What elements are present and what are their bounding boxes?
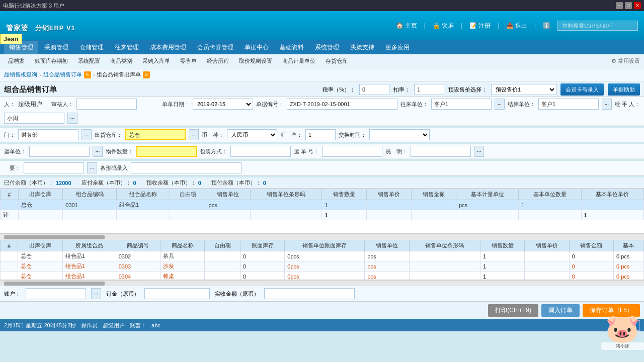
barcode-label: 条形码录入 [100,164,128,172]
price-select[interactable]: 预设售价1 [491,84,556,95]
req-btn[interactable]: ··· [87,162,97,173]
total-label: 计 [1,210,19,220]
date-select[interactable]: 2019-02-15 [193,99,253,110]
handler-input[interactable] [4,113,64,124]
nav-resources[interactable]: 基础资料 [275,41,309,54]
toolbar-item-0[interactable]: 品档案 [4,56,29,66]
nav-more[interactable]: 更多应用 [380,41,415,54]
dept-input[interactable] [18,129,78,140]
toolbar-item-2[interactable]: 系统配置 [74,56,104,66]
total-base-qty [519,210,581,220]
currency-select[interactable]: 人民币 [227,129,277,140]
nav-member[interactable]: 会员卡券管理 [192,41,238,54]
order-deposit-input[interactable] [144,288,210,299]
shipping-btn[interactable]: ··· [93,146,103,157]
nav-dealings[interactable]: 往来管理 [110,41,144,54]
barcode-input[interactable] [131,162,242,173]
nav-purchase[interactable]: 采购管理 [39,41,73,54]
th-id: # [1,189,19,200]
note-btn[interactable]: ··· [474,146,484,157]
note-input[interactable] [411,146,471,157]
lower-scrollbar-thumb[interactable] [4,282,105,286]
breadcrumb-current: 组合品销售出库单 [97,71,141,78]
lower-table-container[interactable]: # 出库仓库 所属组合品 商品编号 商品名称 自由项 账面库存 销售单位账面库存… [0,240,644,280]
cell-price [367,200,412,210]
packing-input[interactable] [230,146,291,157]
actual-amount-input[interactable] [264,288,355,299]
help-button[interactable]: 单据助助 [608,83,640,96]
lth-warehouse: 出库仓库 [18,240,62,251]
toolbar-item-3[interactable]: 商品类别 [106,56,136,66]
toolbar-item-7[interactable]: 取价规则设置 [235,56,276,66]
character-overlay: 🐷 猪小妹 [601,315,644,350]
status-account-label: 账套： [130,322,146,329]
price-select-label: 预设售价选择： [448,86,487,94]
toolbar-item-1[interactable]: 账面库存期初 [31,56,72,66]
lower-scrollbar[interactable] [0,280,644,286]
header-search-input[interactable] [557,21,638,31]
lth-qty: 销售数量 [480,240,524,251]
nav-decision[interactable]: 决策支持 [345,41,379,54]
member-card-button[interactable]: 会员卡号录入 [560,83,604,96]
th-free: 自由项 [170,189,206,200]
nav-system[interactable]: 系统管理 [310,41,344,54]
toolbar-item-8[interactable]: 商品计量单位 [278,56,319,66]
th-amount: 销售金额 [412,189,456,200]
minimize-button[interactable]: ─ [616,2,623,9]
discount-input[interactable] [414,84,444,95]
settings-button[interactable]: ⚙ 常用设置 [611,57,640,65]
exchange-rate-input[interactable] [305,129,336,140]
close-button[interactable]: ✕ [634,2,641,9]
scrollbar-thumb[interactable] [4,235,105,239]
cell-code: 0301 [63,200,117,210]
to-unit-input[interactable] [431,99,492,110]
gear-icon: ⚙ [611,58,616,64]
total-qty: 1 [322,210,367,220]
item-count-input[interactable] [136,146,197,157]
to-unit-btn[interactable]: ··· [495,99,505,110]
cell-name: 组合品1 [116,200,170,210]
shipping-unit-input[interactable] [29,146,90,157]
tax-rate-input[interactable] [359,84,389,95]
home-link[interactable]: 🏠 主页 [396,22,417,30]
upper-table-container[interactable]: # 出库仓库 组合品编码 组合品名称 自由项 销售单位 销售单位条形码 销售数量… [0,189,644,234]
breadcrumb-icon-1[interactable]: ✎ [84,71,91,78]
upper-scrollbar[interactable] [0,234,644,240]
breadcrumb-icon-2[interactable]: ✕ [143,71,150,78]
exchange-time-select[interactable] [369,129,430,140]
warehouse-input[interactable] [125,129,186,140]
settlement-input[interactable] [538,99,599,110]
toolbar-item-9[interactable]: 存货仓库 [321,56,352,66]
warehouse-btn[interactable]: ··· [189,129,199,140]
handler-btn[interactable]: ··· [67,113,77,124]
breadcrumb-0[interactable]: 品销售板查询 [4,71,37,78]
settlement-btn[interactable]: ··· [602,99,612,110]
lth-no: 商品编号 [116,240,160,251]
lower-table-row[interactable]: 总仓 组合品1 0303 沙发 0 0pcs pcs 1 0 0 pcs [1,261,644,272]
maximize-button[interactable]: □ [625,2,632,9]
lower-table-row[interactable]: 总仓 组合品1 0302 茶几 0 0pcs pcs 1 0 0 pcs [1,251,644,261]
dept-btn[interactable]: ··· [82,129,92,140]
delivery-no-input[interactable] [322,146,382,157]
nav-cost[interactable]: 成本费用管理 [145,41,191,54]
lock-link[interactable]: 🔒 锁屏 [433,22,454,30]
nav-warehouse[interactable]: 仓储管理 [74,41,109,54]
toolbar-item-6[interactable]: 经营历程 [203,56,233,66]
breadcrumb-1[interactable]: 组合品销售订单 [43,71,82,78]
req-input[interactable] [24,162,84,173]
auditor-input[interactable] [76,99,137,110]
account-input[interactable] [26,288,86,299]
toolbar-item-4[interactable]: 采购入库单 [138,56,174,66]
register-link[interactable]: 📝 注册 [469,22,491,30]
nav-docs[interactable]: 单据中心 [239,41,274,54]
import-button[interactable]: 调入订单 [541,304,580,317]
info-link[interactable]: ℹ️ [543,22,550,29]
cell-base-unit: pcs [456,200,518,210]
toolbar-item-5[interactable]: 零售单 [176,56,201,66]
lower-table-row[interactable]: 总仓 组合品1 0304 餐桌 0 0pcs pcs 1 0 0 pcs [1,272,644,281]
exit-link[interactable]: 📤 退出 [506,22,527,30]
table-row[interactable]: 总仓 0301 组合品1 pcs 1 pcs 1 [1,200,644,210]
print-button[interactable]: 打印(Ctrl+F9) [488,304,538,317]
account-btn[interactable]: ··· [91,288,101,299]
order-no-input[interactable] [287,99,397,110]
